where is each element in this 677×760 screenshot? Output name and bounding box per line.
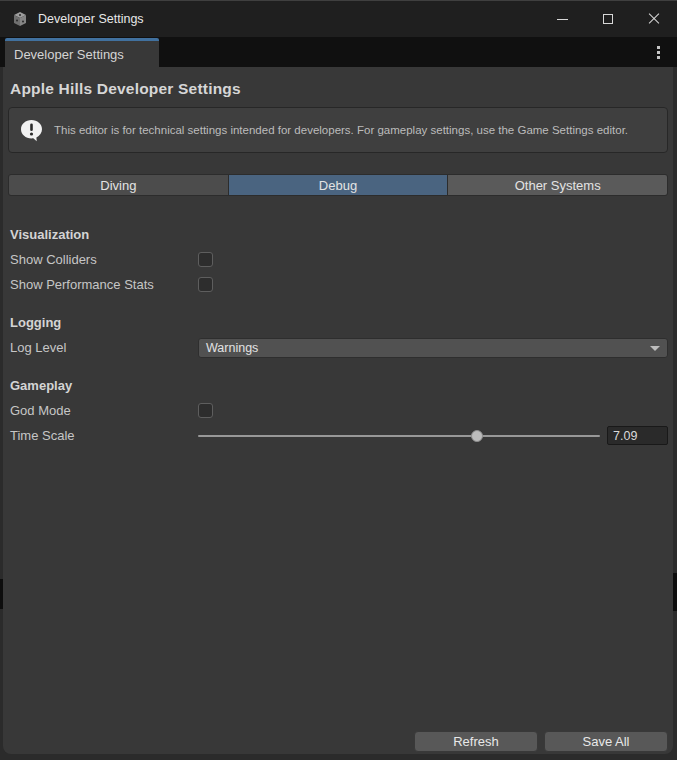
help-box-text: This editor is for technical settings in… <box>54 122 628 138</box>
title-bar: Developer Settings <box>0 1 677 37</box>
time-scale-slider-handle[interactable] <box>471 430 483 442</box>
tab-other-systems[interactable]: Other Systems <box>448 175 667 195</box>
time-scale-slider[interactable] <box>198 429 600 443</box>
settings-panel: Apple Hills Developer Settings This edit… <box>3 67 673 754</box>
row-show-colliders: Show Colliders <box>8 247 668 272</box>
log-level-dropdown[interactable]: Warnings <box>198 338 668 358</box>
kebab-vertical-icon <box>657 46 660 49</box>
page-title: Apple Hills Developer Settings <box>10 80 668 98</box>
minimize-button[interactable] <box>539 1 585 37</box>
section-title: Gameplay <box>10 378 668 393</box>
god-mode-checkbox[interactable] <box>198 403 213 418</box>
row-show-performance-stats: Show Performance Stats <box>8 272 668 297</box>
help-box: This editor is for technical settings in… <box>8 107 668 153</box>
tab-menu-button[interactable] <box>650 43 666 61</box>
refresh-button[interactable]: Refresh <box>414 731 538 752</box>
field-label: Show Performance Stats <box>10 277 198 292</box>
close-button[interactable] <box>631 1 677 37</box>
tab-diving[interactable]: Diving <box>9 175 228 195</box>
field-label: Show Colliders <box>10 252 198 267</box>
window-controls <box>539 1 677 37</box>
mode-tab-bar: Diving Debug Other Systems <box>8 174 668 196</box>
section-title: Logging <box>10 315 668 330</box>
section-gameplay: Gameplay God Mode Time Scale 7.09 <box>8 378 668 448</box>
row-time-scale: Time Scale 7.09 <box>8 423 668 448</box>
tab-developer-settings[interactable]: Developer Settings <box>5 38 159 67</box>
background-sliver-left <box>0 579 3 609</box>
window-dice-icon <box>11 10 29 28</box>
show-colliders-checkbox[interactable] <box>198 252 213 267</box>
field-label: God Mode <box>10 403 198 418</box>
tab-label: Developer Settings <box>14 47 124 62</box>
log-level-value: Warnings <box>206 341 258 355</box>
info-speech-bubble-icon <box>18 117 45 144</box>
save-all-button[interactable]: Save All <box>544 731 668 752</box>
section-logging: Logging Log Level Warnings <box>8 315 668 360</box>
slider-track[interactable] <box>198 435 600 437</box>
minimize-icon <box>557 19 568 20</box>
field-label: Log Level <box>10 340 198 355</box>
chevron-down-icon <box>650 346 660 351</box>
maximize-button[interactable] <box>585 1 631 37</box>
developer-settings-window: Developer Settings Developer Settings Ap… <box>0 0 677 760</box>
maximize-icon <box>603 14 613 24</box>
section-title: Visualization <box>10 227 668 242</box>
footer-actions: Refresh Save All <box>414 731 668 752</box>
close-icon <box>648 13 660 25</box>
editor-tab-strip: Developer Settings <box>0 37 677 67</box>
field-label: Time Scale <box>10 428 198 443</box>
window-title: Developer Settings <box>38 12 144 26</box>
row-log-level: Log Level Warnings <box>8 335 668 360</box>
background-sliver-right <box>673 573 677 611</box>
tab-debug[interactable]: Debug <box>229 175 448 195</box>
row-god-mode: God Mode <box>8 398 668 423</box>
section-visualization: Visualization Show Colliders Show Perfor… <box>8 227 668 297</box>
show-performance-stats-checkbox[interactable] <box>198 277 213 292</box>
time-scale-value-field[interactable]: 7.09 <box>607 426 668 445</box>
